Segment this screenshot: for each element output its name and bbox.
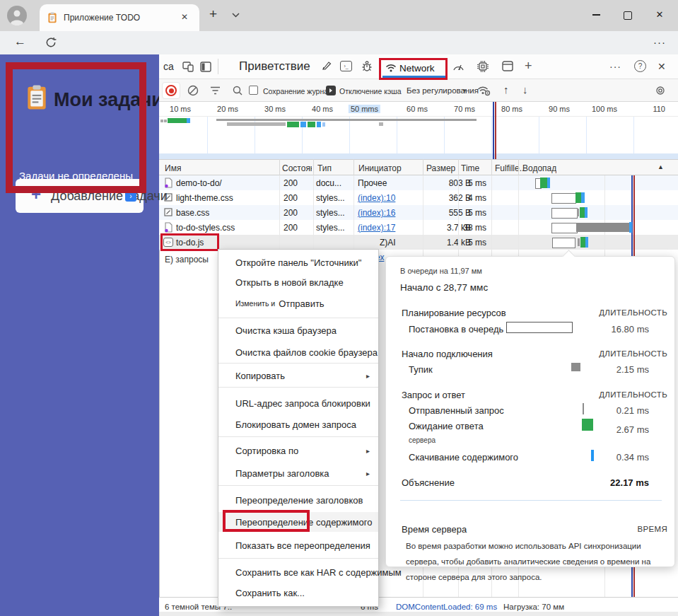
duration-header: ДЛИТЕЛЬНОСТЬ xyxy=(599,308,667,317)
tabbar-divider xyxy=(218,59,218,74)
table-row[interactable]: demo-to-do/ 200 docu... Прочее 803 B 5 m… xyxy=(159,175,678,190)
col-name[interactable]: Имя xyxy=(165,163,181,173)
menu-item-clear-cache[interactable]: Очистка кэша браузера xyxy=(218,320,378,340)
menu-item-open-new-tab[interactable]: Открыть в новой вкладке xyxy=(218,272,378,292)
debug-bug-icon[interactable] xyxy=(361,61,373,72)
devtools-more-menu[interactable]: ··· xyxy=(609,61,621,72)
request-name[interactable]: base.css xyxy=(176,208,209,218)
help-icon[interactable]: ? xyxy=(634,60,646,72)
request-initiator-link[interactable]: (index):10 xyxy=(358,193,395,203)
overview-bar xyxy=(379,122,383,126)
timing-label-content-download: Скачивание содержимого xyxy=(409,452,518,463)
network-overview[interactable] xyxy=(159,117,678,159)
timing-label-waiting-sub: сервера xyxy=(409,436,436,444)
col-fulfilled[interactable]: Fulfille... xyxy=(495,163,527,173)
request-initiator-link[interactable]: (index):17 xyxy=(358,223,395,233)
table-row-selected[interactable]: <> to-do.js Z)AI 1.4 kB 5 ms xyxy=(159,235,678,250)
menu-item-block-domain[interactable]: Блокировать домен запроса xyxy=(218,414,378,434)
sort-asc-icon[interactable]: ▲ xyxy=(657,163,664,170)
col-type[interactable]: Тип xyxy=(317,163,332,173)
record-stop-icon[interactable] xyxy=(165,85,177,96)
devtools-close-button[interactable]: ✕ xyxy=(657,61,666,72)
request-status: 200 xyxy=(284,193,298,203)
menu-item-copy[interactable]: Копировать▸ xyxy=(218,366,378,385)
tab-favicon-clipboard-icon xyxy=(47,12,58,23)
request-type: styles... xyxy=(316,223,345,233)
col-size[interactable]: Размер xyxy=(426,163,455,173)
refresh-button[interactable] xyxy=(45,37,57,48)
col-waterfall[interactable]: Водопад xyxy=(522,163,556,173)
timing-label-request-sent: Отправленный запрос xyxy=(409,405,504,416)
application-window-icon[interactable] xyxy=(502,61,513,71)
request-time: 38 ms xyxy=(460,223,486,233)
menu-item-sort-by[interactable]: Сортировка по▸ xyxy=(218,441,378,460)
table-row[interactable]: base.css 200 styles... (index):16 555 B … xyxy=(159,205,678,220)
timing-bar-stalled xyxy=(571,363,580,371)
request-name[interactable]: to-do-styles.css xyxy=(176,223,235,233)
tab-welcome[interactable]: Приветствие xyxy=(239,59,310,74)
request-status: 200 xyxy=(284,223,298,233)
section-resource-scheduling: Планирование ресурсов xyxy=(402,308,506,318)
more-tabs-button[interactable]: + xyxy=(525,59,532,74)
new-tab-button[interactable]: + xyxy=(209,6,217,22)
dock-side-icon[interactable] xyxy=(200,62,211,72)
col-status[interactable]: Состояние xyxy=(282,163,312,173)
col-time[interactable]: Time xyxy=(461,163,479,173)
tab-close-icon[interactable]: ✕ xyxy=(181,12,188,22)
settings-gear-icon[interactable] xyxy=(655,85,666,96)
menu-item-header-options[interactable]: Параметры заголовка▸ xyxy=(218,463,378,483)
filter-icon[interactable] xyxy=(210,86,221,95)
disable-cache-label[interactable]: Отключение кэша xyxy=(339,87,402,95)
ruler-tick-highlighted: 50 mms xyxy=(349,105,380,113)
menu-item-clear-cookies[interactable]: Очистка файлов cookie браузера xyxy=(218,342,378,362)
back-button[interactable]: ← xyxy=(14,35,26,49)
preserve-log-checkbox[interactable] xyxy=(249,86,258,95)
overview-bar xyxy=(168,118,187,123)
request-initiator[interactable]: Прочее xyxy=(358,178,387,188)
status-bar-bottom-band xyxy=(159,612,678,616)
performance-gauge-icon[interactable] xyxy=(452,62,464,71)
context-menu: Откройте панель "Источники" Открыть в но… xyxy=(218,249,379,607)
request-time: 5 ms xyxy=(460,238,486,248)
timing-label-waiting: Ожидание ответа xyxy=(409,421,484,431)
preserve-log-label[interactable]: Сохранение журна xyxy=(263,87,328,95)
table-row[interactable]: light-theme.css 200 styles... (index):10… xyxy=(159,190,678,205)
menu-item-show-all-overrides[interactable]: Показать все переопределения xyxy=(218,535,378,555)
console-icon[interactable]: ›_ xyxy=(340,61,352,71)
import-har-icon[interactable]: ↑ xyxy=(503,83,509,95)
timing-value-stalled: 2.15 ms xyxy=(616,364,649,375)
request-status: 200 xyxy=(284,178,298,188)
device-emulation-icon[interactable] xyxy=(182,62,194,72)
throttling-select[interactable]: Без регулирования xyxy=(407,86,479,95)
network-conditions-icon[interactable] xyxy=(477,85,491,96)
window-minimize-button[interactable] xyxy=(591,10,601,20)
export-har-icon[interactable]: ↓ xyxy=(522,83,528,95)
menu-item-open-sources[interactable]: Откройте панель "Источники" xyxy=(218,252,378,272)
window-close-button[interactable]: ✕ xyxy=(655,9,665,20)
document-file-icon xyxy=(163,178,173,188)
window-maximize-button[interactable] xyxy=(623,11,633,21)
menu-item-block-url[interactable]: URL-адрес запроса блокировки xyxy=(218,393,378,413)
profile-avatar-icon[interactable] xyxy=(7,6,27,25)
browser-tab[interactable]: Приложение TODO ✕ xyxy=(40,4,199,31)
search-icon[interactable] xyxy=(232,85,243,96)
request-name[interactable]: demo-to-do/ xyxy=(176,178,222,188)
tab-list-chevron-icon[interactable] xyxy=(232,13,240,18)
requests-summary: Е) запросы xyxy=(165,255,209,265)
menu-item-save-as[interactable]: Сохранить как... xyxy=(218,583,378,603)
popup-divider xyxy=(400,500,662,501)
clear-icon[interactable] xyxy=(187,85,199,96)
menu-item-save-har[interactable]: Сохранить все как HAR с содержимым xyxy=(218,562,378,582)
menu-item-edit-and-resend[interactable]: Изменить иОтправить xyxy=(218,294,378,313)
browser-more-menu[interactable]: ··· xyxy=(653,36,666,48)
timing-bar-content-download xyxy=(591,450,594,461)
menu-item-override-headers[interactable]: Переопределение заголовков xyxy=(218,490,378,510)
col-initiator[interactable]: Инициатор xyxy=(358,163,402,173)
tabbar-overflow-label[interactable]: ca xyxy=(163,61,174,72)
todo-app-panel: Мои задачи + Добавление задачи › Задачи … xyxy=(0,54,159,616)
address-bar: ← https://microsoftedge.github.io/Demos/… xyxy=(0,31,678,54)
request-name[interactable]: light-theme.css xyxy=(176,193,233,203)
request-initiator-link[interactable]: (index):16 xyxy=(358,208,395,218)
timing-bar-waiting xyxy=(582,419,593,431)
memory-chip-icon[interactable] xyxy=(477,61,489,72)
